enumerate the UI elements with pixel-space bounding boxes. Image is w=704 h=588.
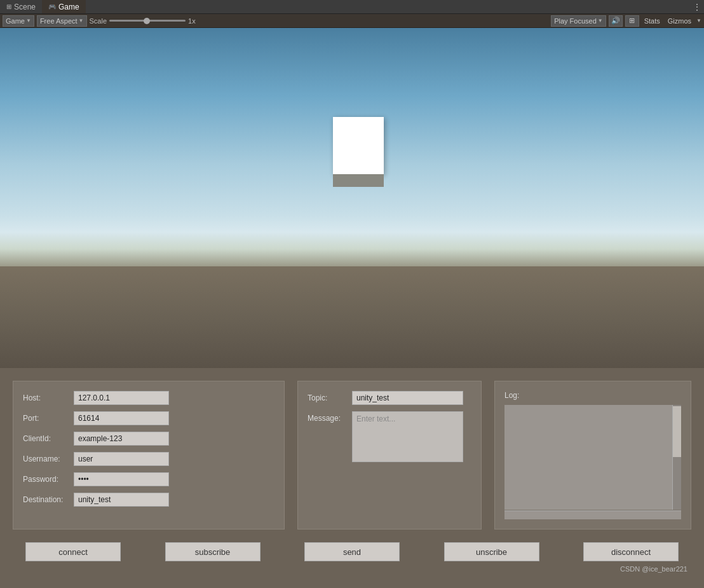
scene-icon: ⊞ bbox=[6, 3, 11, 10]
send-button[interactable]: send bbox=[304, 542, 400, 561]
port-input[interactable] bbox=[74, 411, 169, 425]
aspect-select[interactable]: Free Aspect ▼ bbox=[37, 15, 87, 27]
scale-thumb bbox=[144, 18, 150, 24]
message-label: Message: bbox=[308, 411, 352, 423]
host-row: Host: bbox=[23, 391, 274, 405]
username-row: Username: bbox=[23, 452, 274, 466]
tab-game[interactable]: 🎮 Game bbox=[42, 0, 86, 13]
play-focused-select[interactable]: Play Focused ▼ bbox=[551, 15, 606, 27]
log-content-wrapper bbox=[504, 405, 681, 510]
cube-shadow bbox=[333, 174, 384, 187]
aspect-dropdown-arrow: ▼ bbox=[79, 18, 84, 24]
play-focused-arrow: ▼ bbox=[598, 18, 603, 24]
destination-row: Destination: bbox=[23, 493, 274, 507]
panels-row: Host: Port: ClientId: Username: Password… bbox=[13, 381, 691, 530]
scale-control: Scale 1x bbox=[90, 17, 196, 25]
message-textarea[interactable] bbox=[352, 411, 463, 462]
scale-label: Scale bbox=[90, 17, 107, 25]
tab-game-label: Game bbox=[58, 3, 79, 11]
clientid-label: ClientId: bbox=[23, 434, 74, 443]
toolbar: Game ▼ Free Aspect ▼ Scale 1x Play Focus… bbox=[0, 14, 704, 28]
topic-row: Topic: bbox=[308, 391, 471, 405]
password-label: Password: bbox=[23, 475, 74, 484]
view-select[interactable]: Game ▼ bbox=[3, 15, 34, 27]
log-content bbox=[504, 405, 681, 510]
password-input[interactable] bbox=[74, 472, 169, 486]
log-label: Log: bbox=[504, 391, 681, 400]
unscribe-button[interactable]: unscribe bbox=[444, 542, 539, 561]
username-input[interactable] bbox=[74, 452, 169, 466]
username-label: Username: bbox=[23, 455, 74, 463]
game-icon: 🎮 bbox=[48, 3, 56, 10]
bottom-panel: Host: Port: ClientId: Username: Password… bbox=[0, 368, 704, 588]
scale-value: 1x bbox=[188, 17, 196, 25]
gizmos-button[interactable]: Gizmos bbox=[665, 17, 694, 25]
tab-scene-label: Scene bbox=[14, 3, 36, 11]
view-label: Game bbox=[6, 17, 25, 25]
connect-button[interactable]: connect bbox=[25, 542, 121, 561]
topic-input[interactable] bbox=[352, 391, 463, 405]
log-scrollbar[interactable] bbox=[672, 405, 681, 510]
port-row: Port: bbox=[23, 411, 274, 425]
play-focused-label: Play Focused bbox=[554, 17, 597, 25]
destination-label: Destination: bbox=[23, 495, 74, 504]
subscribe-button[interactable]: subscribe bbox=[165, 542, 261, 561]
password-row: Password: bbox=[23, 472, 274, 486]
host-label: Host: bbox=[23, 393, 74, 402]
cube-object bbox=[333, 117, 384, 187]
log-scrollbar-thumb bbox=[673, 406, 681, 457]
ground bbox=[0, 266, 704, 368]
game-viewport bbox=[0, 28, 704, 368]
log-panel: Log: bbox=[494, 381, 691, 530]
scale-slider[interactable] bbox=[109, 20, 186, 22]
buttons-row: connect subscribe send unscribe disconne… bbox=[13, 539, 691, 564]
audio-button[interactable]: 🔊 bbox=[609, 15, 623, 27]
watermark: CSDN @ice_bear221 bbox=[9, 565, 687, 573]
more-menu-button[interactable]: ⋮ bbox=[690, 2, 704, 12]
view-dropdown-arrow: ▼ bbox=[26, 18, 31, 24]
gizmos-arrow: ▼ bbox=[696, 18, 701, 24]
stats-button[interactable]: Stats bbox=[642, 17, 663, 25]
topic-label: Topic: bbox=[308, 393, 352, 402]
log-hscrollbar[interactable] bbox=[504, 510, 681, 519]
grid-button[interactable]: ⊞ bbox=[625, 15, 639, 27]
tab-bar: ⊞ Scene 🎮 Game ⋮ bbox=[0, 0, 704, 14]
clientid-input[interactable] bbox=[74, 432, 169, 446]
connection-form-panel: Host: Port: ClientId: Username: Password… bbox=[13, 381, 285, 530]
port-label: Port: bbox=[23, 414, 74, 423]
topic-message-panel: Topic: Message: bbox=[297, 381, 482, 530]
host-input[interactable] bbox=[74, 391, 169, 405]
tab-scene[interactable]: ⊞ Scene bbox=[0, 0, 42, 13]
clientid-row: ClientId: bbox=[23, 432, 274, 446]
destination-input[interactable] bbox=[74, 493, 169, 507]
aspect-label: Free Aspect bbox=[40, 17, 78, 25]
message-area: Message: bbox=[308, 411, 471, 462]
disconnect-button[interactable]: disconnect bbox=[583, 542, 679, 561]
cube-white-face bbox=[333, 117, 384, 174]
